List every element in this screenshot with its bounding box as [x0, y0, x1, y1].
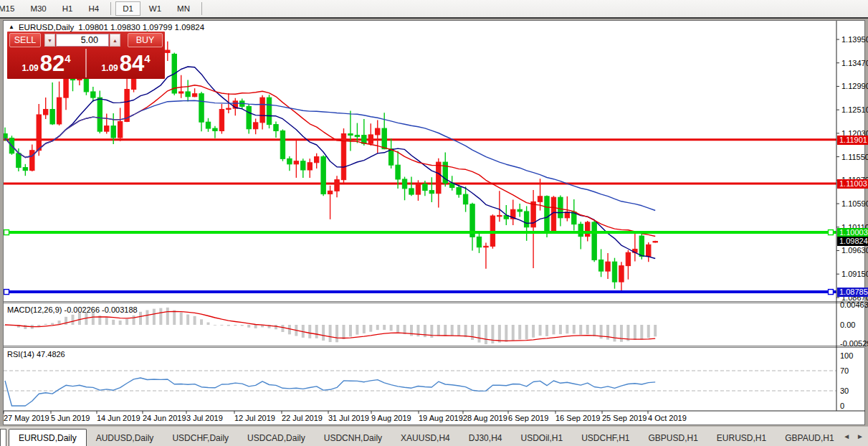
- date-tick-label: 6 Sep 2019: [508, 414, 548, 422]
- price-tick-label: 1.09150: [841, 270, 867, 279]
- toolbar-separator: [110, 2, 111, 15]
- chart-tab-eurusd[interactable]: EURUSD,H1: [707, 430, 776, 446]
- price-tick-label: 1.13950: [841, 35, 867, 44]
- indicator-tick-label: 0: [840, 402, 867, 411]
- chart-tab-audusd[interactable]: AUDUSD,Daily: [87, 430, 163, 446]
- price-marker-badge: 1.09824: [837, 237, 868, 246]
- volume-decrease-button[interactable]: ▼: [44, 34, 55, 47]
- buy-price-big: 84: [120, 52, 144, 75]
- price-tick-label: 1.12510: [841, 105, 867, 115]
- indicator-tick-label: 70: [840, 366, 867, 376]
- macd-indicator-label: MACD(12,26,9) -0.002266 -0.003188: [7, 305, 138, 314]
- timeframe-button-m30[interactable]: M30: [23, 1, 53, 16]
- chart-tab-usdcnh[interactable]: USDCNH,Daily: [315, 430, 391, 446]
- date-tick-label: 31 Jul 2019: [328, 414, 369, 422]
- rsi-indicator-label: RSI(14) 47.4826: [7, 350, 65, 359]
- panel-splitter-rsi[interactable]: [4, 346, 865, 348]
- sell-price-big: 82: [40, 52, 65, 75]
- price-tick-label: 1.11550: [841, 153, 867, 162]
- price-marker-badge: 1.11003: [837, 179, 868, 189]
- sell-price-panel[interactable]: 1.09 82 4: [7, 48, 85, 78]
- date-tick-label: 14 Jun 2019: [97, 414, 140, 422]
- timeframe-button-w1[interactable]: W1: [142, 1, 168, 16]
- symbol-marker-icon: ▲: [9, 24, 14, 30]
- toolbar-divider: [0, 17, 868, 19]
- date-tick-label: 28 Aug 2019: [463, 414, 507, 422]
- chart-tab-gbpusd[interactable]: GBPUSD,H1: [639, 430, 707, 446]
- chart-window: [3, 20, 865, 425]
- price-tick-label: 1.12990: [841, 82, 867, 91]
- buy-button[interactable]: BUY: [128, 33, 163, 47]
- buy-price-prefix: 1.09: [101, 63, 118, 73]
- rsi-value: 47.4826: [37, 350, 65, 359]
- chart-tab-usdchf[interactable]: USDCHF,H1: [572, 430, 639, 446]
- volume-increase-button[interactable]: ▲: [110, 34, 120, 47]
- chart-title: ▲ EURUSD,Daily 1.09801 1.09830 1.09799 1…: [9, 22, 204, 32]
- date-tick-label: 4 Oct 2019: [648, 414, 687, 422]
- tab-strip-edge: [0, 429, 6, 446]
- chart-tab-row: EURUSD,DailyAUDUSD,DailyUSDCHF,DailyUSDC…: [9, 427, 840, 446]
- macd-name: MACD(12,26,9): [7, 305, 62, 314]
- volume-input[interactable]: [56, 34, 109, 47]
- chart-tab-bar: EURUSD,DailyAUDUSD,DailyUSDCHF,DailyUSDC…: [0, 426, 868, 446]
- indicator-tick-label: 0.00463: [840, 300, 867, 310]
- indicator-tick-label: -0.005299: [840, 339, 867, 348]
- chevron-up-icon: ▲: [113, 38, 118, 43]
- chart-tab-eurusd[interactable]: EURUSD,Daily: [9, 429, 87, 446]
- chart-tab-dj30[interactable]: DJ30,H4: [459, 430, 512, 446]
- timeframe-button-mn[interactable]: MN: [170, 1, 197, 16]
- date-tick-label: 12 Jul 2019: [234, 414, 275, 422]
- price-marker-badge: 1.11901: [837, 136, 868, 145]
- one-click-trading-panel: SELL ▼ ▲ BUY 1.09 82 4 1.09 84 4: [7, 32, 165, 79]
- price-marker-badge: 1.10003: [837, 228, 868, 237]
- chevron-down-icon: ▼: [47, 38, 52, 43]
- price-tick-label: 1.09630: [841, 246, 867, 255]
- tabs-scroll-left-icon[interactable]: ◄: [843, 432, 850, 441]
- date-tick-label: 3 Jul 2019: [186, 414, 223, 422]
- timeframe-toolbar: M15M30H1H4D1W1MN: [0, 0, 868, 17]
- price-marker-badge: 1.08785: [837, 288, 868, 297]
- indicator-tick-label: 100: [840, 351, 867, 361]
- timeframe-button-d1[interactable]: D1: [115, 1, 140, 16]
- tabs-scroll-right-icon[interactable]: ►: [857, 432, 864, 441]
- timeframe-button-h4[interactable]: H4: [81, 1, 106, 16]
- chart-tab-usdcad[interactable]: USDCAD,Daily: [238, 430, 315, 446]
- sell-price-pip: 4: [65, 52, 70, 65]
- price-tick-label: 1.10590: [841, 199, 867, 209]
- sell-button[interactable]: SELL: [9, 33, 41, 47]
- toolbar-separator: [201, 2, 202, 15]
- buy-price-pip: 4: [144, 52, 150, 65]
- date-tick-label: 24 Jun 2019: [143, 414, 186, 422]
- timeframe-button-h1[interactable]: H1: [55, 1, 80, 16]
- date-tick-label: 16 Sep 2019: [555, 414, 600, 422]
- chart-tab-usdchf[interactable]: USDCHF,Daily: [163, 430, 238, 446]
- price-tick-label: 1.13470: [841, 59, 867, 68]
- indicator-tick-label: 30: [840, 386, 867, 396]
- date-tick-label: 19 Aug 2019: [419, 414, 463, 422]
- buy-price-panel[interactable]: 1.09 84 4: [87, 48, 165, 78]
- indicator-tick-label: 0.00: [840, 321, 867, 330]
- date-tick-label: 25 Sep 2019: [602, 414, 647, 422]
- chart-ohlc-values: 1.09801 1.09830 1.09799 1.09824: [78, 23, 204, 32]
- chart-tab-usdoil[interactable]: USDOil,H1: [511, 430, 572, 446]
- sell-price-prefix: 1.09: [22, 63, 38, 73]
- date-tick-label: 9 Aug 2019: [371, 414, 411, 422]
- date-tick-label: 22 Jul 2019: [282, 414, 323, 422]
- chart-tab-xauusd[interactable]: XAUUSD,H4: [391, 430, 459, 446]
- chart-symbol-label: EURUSD,Daily: [19, 23, 74, 32]
- rsi-name: RSI(14): [7, 350, 34, 359]
- date-tick-label: 5 Jun 2019: [51, 414, 90, 422]
- timeframe-button-m15[interactable]: M15: [0, 1, 22, 16]
- macd-values: -0.002266 -0.003188: [64, 305, 137, 314]
- panel-splitter-macd[interactable]: [4, 301, 865, 303]
- chart-tab-gbpaud[interactable]: GBPAUD,H1: [776, 430, 840, 446]
- date-tick-label: 27 May 2019: [4, 414, 49, 422]
